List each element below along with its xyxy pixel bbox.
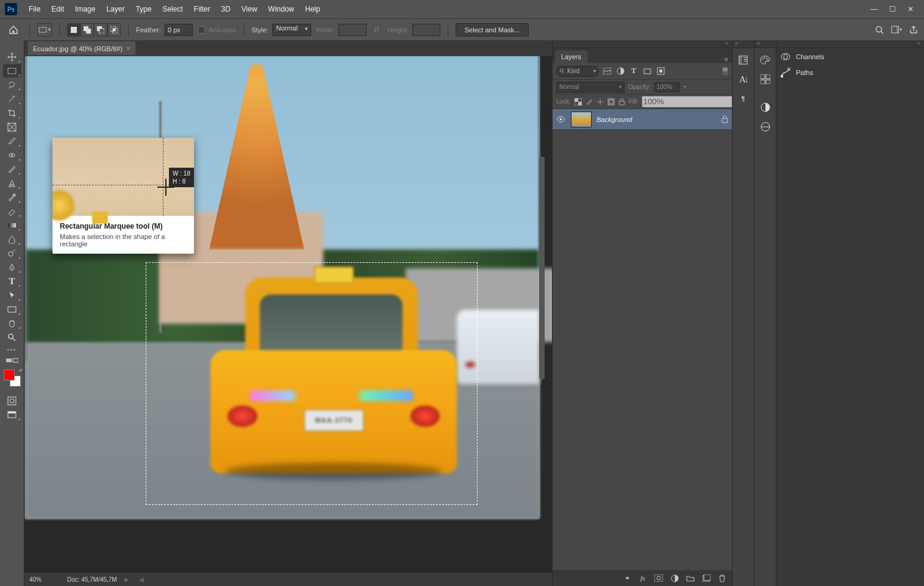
status-doc-size[interactable]: Doc: 45,7M/45,7M	[67, 576, 117, 583]
pen-tool[interactable]	[3, 260, 21, 274]
rectangle-tool[interactable]	[3, 302, 21, 316]
color-panel-icon[interactable]	[757, 52, 773, 67]
layer-lock-icon[interactable]	[722, 115, 728, 123]
feather-input[interactable]	[165, 24, 193, 36]
type-tool[interactable]: T	[3, 274, 21, 288]
status-chevron2-icon[interactable]: ◀	[139, 576, 144, 583]
eraser-tool[interactable]	[3, 204, 21, 218]
layer-thumbnail[interactable]	[571, 112, 592, 127]
lock-all-icon[interactable]	[618, 97, 625, 107]
hand-tool[interactable]	[3, 316, 21, 330]
menu-file[interactable]: File	[23, 0, 46, 18]
magic-wand-tool[interactable]	[3, 92, 21, 105]
menu-window[interactable]: Window	[263, 0, 300, 18]
clone-stamp-tool[interactable]	[3, 176, 21, 190]
crop-tool[interactable]	[3, 106, 21, 120]
delete-layer-icon[interactable]	[717, 573, 727, 583]
select-and-mask-button[interactable]: Select and Mask...	[456, 23, 529, 37]
adjustments-panel-icon[interactable]	[757, 100, 773, 115]
new-layer-icon[interactable]	[701, 573, 711, 583]
filter-toggle[interactable]	[722, 67, 728, 76]
selection-new-icon[interactable]	[67, 23, 81, 37]
healing-brush-tool[interactable]	[3, 148, 21, 162]
channels-panel-button[interactable]: Channels	[776, 49, 924, 65]
window-minimize-icon[interactable]: —	[865, 3, 883, 15]
layer-visibility-icon[interactable]	[556, 116, 566, 123]
history-brush-tool[interactable]	[3, 190, 21, 204]
lock-position-icon[interactable]	[596, 97, 604, 107]
move-tool[interactable]	[3, 50, 21, 63]
path-selection-tool[interactable]	[3, 288, 21, 302]
zoom-tool[interactable]	[3, 331, 21, 344]
menu-edit[interactable]: Edit	[46, 0, 70, 18]
adjustment-layer-icon[interactable]	[670, 573, 679, 583]
quick-mask-icon[interactable]	[3, 394, 21, 407]
filter-pixel-icon[interactable]	[601, 66, 612, 77]
menu-3d[interactable]: 3D	[215, 0, 235, 18]
filter-adjustment-icon[interactable]	[615, 66, 626, 77]
layer-name[interactable]: Background	[596, 116, 717, 123]
menu-layer[interactable]: Layer	[101, 0, 130, 18]
swatches-panel-icon[interactable]	[757, 72, 773, 87]
panel-menu-icon[interactable]: ≡	[721, 55, 732, 63]
canvas[interactable]: MAA-3770	[26, 56, 539, 518]
dock-a-collapse-strip[interactable]: «	[732, 40, 754, 48]
rectangular-marquee-tool[interactable]	[3, 64, 21, 77]
link-layers-icon[interactable]: ⚭	[622, 573, 632, 583]
frame-tool[interactable]	[3, 120, 21, 134]
selection-intersect-icon[interactable]	[107, 23, 121, 37]
foreground-color[interactable]	[4, 370, 15, 381]
paths-panel-button[interactable]: Paths	[776, 65, 924, 80]
selection-add-icon[interactable]	[81, 23, 94, 37]
home-button[interactable]	[5, 23, 22, 37]
filter-shape-icon[interactable]	[642, 66, 653, 77]
menu-filter[interactable]: Filter	[188, 0, 216, 18]
menu-type[interactable]: Type	[130, 0, 157, 18]
lock-artboard-icon[interactable]	[607, 97, 615, 107]
window-close-icon[interactable]: ✕	[902, 3, 919, 15]
color-swatches[interactable]: ⤾	[4, 370, 21, 387]
tool-overflow-icon[interactable]: •••	[7, 347, 16, 353]
lock-pixels-icon[interactable]	[586, 97, 593, 107]
layer-fx-icon[interactable]: fx	[638, 573, 648, 583]
share-icon[interactable]	[908, 24, 919, 35]
screen-mode-icon[interactable]	[3, 408, 21, 421]
dodge-tool[interactable]	[3, 246, 21, 260]
lock-transparent-icon[interactable]	[575, 97, 582, 107]
blur-tool[interactable]	[3, 232, 21, 246]
edit-toolbar-icon[interactable]	[3, 356, 21, 365]
canvas-viewport[interactable]: MAA-3770 W : 18 H : 8 R	[24, 56, 552, 573]
selection-subtract-icon[interactable]	[94, 23, 107, 37]
status-chevron-icon[interactable]: ▶	[124, 576, 129, 583]
vertical-scrollbar[interactable]	[539, 157, 545, 379]
paragraph-panel-icon[interactable]: ¶	[736, 91, 751, 106]
eyedropper-tool[interactable]	[3, 134, 21, 148]
add-mask-icon[interactable]	[654, 573, 664, 583]
layers-tab[interactable]: Layers	[555, 51, 587, 63]
search-icon[interactable]	[874, 24, 885, 35]
dock-b-collapse-strip[interactable]: «	[754, 40, 776, 48]
menu-image[interactable]: Image	[70, 0, 101, 18]
layers-collapse-strip[interactable]: »	[553, 40, 732, 48]
layer-kind-filter[interactable]: Kind▾	[556, 66, 599, 77]
layer-row[interactable]: Background	[553, 109, 732, 130]
new-group-icon[interactable]	[686, 573, 695, 583]
gradient-tool[interactable]	[3, 218, 21, 232]
menu-select[interactable]: Select	[157, 0, 188, 18]
document-tab[interactable]: Ecuador.jpg @ 40% (RGB/8#) ×	[28, 41, 135, 55]
status-zoom[interactable]: 40%	[29, 576, 60, 583]
current-tool-indicator[interactable]: ▾	[37, 23, 52, 37]
styles-panel-icon[interactable]	[757, 120, 773, 134]
channels-collapse-strip[interactable]: »	[776, 40, 924, 48]
history-panel-icon[interactable]	[736, 52, 751, 67]
swap-colors-icon[interactable]: ⤾	[18, 367, 23, 373]
brush-tool[interactable]	[3, 162, 21, 176]
style-select[interactable]: Normal	[272, 24, 311, 36]
lasso-tool[interactable]	[3, 78, 21, 91]
menu-help[interactable]: Help	[299, 0, 326, 18]
filter-smart-icon[interactable]	[655, 66, 666, 77]
character-panel-icon[interactable]: A|	[736, 72, 751, 87]
document-tab-close-icon[interactable]: ×	[126, 45, 131, 53]
filter-type-icon[interactable]: T	[628, 66, 639, 77]
menu-view[interactable]: View	[236, 0, 263, 18]
